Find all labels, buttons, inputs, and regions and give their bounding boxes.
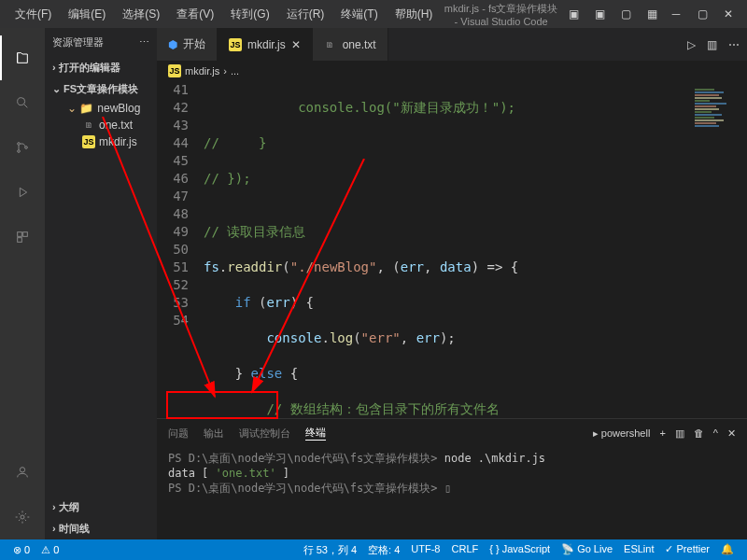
extensions-icon[interactable] — [0, 215, 45, 259]
minimap[interactable] — [691, 81, 747, 418]
text-icon: 🗎 — [82, 119, 95, 132]
project-section[interactable]: ⌄ FS文章操作模块 — [45, 78, 157, 100]
window-controls: ─ ▢ ✕ — [665, 3, 740, 25]
status-golive[interactable]: 📡 Go Live — [556, 543, 618, 557]
menu-terminal[interactable]: 终端(T) — [333, 3, 385, 26]
menu-edit[interactable]: 编辑(E) — [61, 3, 113, 26]
svg-point-0 — [18, 98, 25, 105]
terminal-panel: 问题 输出 调试控制台 终端 ▸ powershell + ▥ 🗑 ^ ✕ PS… — [157, 418, 747, 539]
tab-output[interactable]: 输出 — [204, 427, 224, 441]
tab-one-txt[interactable]: 🗎one.txt — [313, 28, 388, 61]
tab-start[interactable]: ⬢开始 — [157, 28, 218, 61]
svg-rect-4 — [18, 232, 22, 237]
editor-tabs: ⬢开始 JSmkdir.js✕ 🗎one.txt ▷ ▥ ⋯ — [157, 28, 747, 61]
menu-help[interactable]: 帮助(H) — [388, 3, 441, 26]
folder-icon: ⌄ 📁 — [67, 102, 93, 115]
maximize-panel-icon[interactable]: ^ — [713, 427, 718, 439]
code-content[interactable]: console.log("新建目录成功！"); // } // }); // 读… — [204, 81, 691, 418]
svg-point-1 — [18, 143, 21, 146]
js-icon: JS — [229, 38, 242, 51]
status-eol[interactable]: CRLF — [446, 543, 485, 557]
settings-icon[interactable] — [0, 495, 45, 539]
js-icon: JS — [82, 135, 95, 148]
sidebar: 资源管理器⋯ › 打开的编辑器 ⌄ FS文章操作模块 ⌄ 📁newBlog 🗎o… — [45, 28, 157, 539]
window-title: mkdir.js - fs文章操作模块 - Visual Studio Code — [442, 2, 560, 27]
text-icon: 🗎 — [324, 38, 337, 51]
customize-layout-icon[interactable]: ▦ — [641, 3, 663, 25]
open-editors-section[interactable]: › 打开的编辑器 — [45, 57, 157, 78]
menu-view[interactable]: 查看(V) — [169, 3, 221, 26]
close-icon[interactable]: ✕ — [717, 3, 740, 25]
more-icon[interactable]: ⋯ — [728, 38, 740, 51]
sidebar-more-icon[interactable]: ⋯ — [139, 36, 149, 49]
kill-terminal-icon[interactable]: 🗑 — [694, 427, 704, 439]
svg-rect-5 — [23, 232, 28, 237]
status-warnings[interactable]: ⚠ 0 — [35, 544, 64, 556]
svg-rect-6 — [18, 238, 22, 243]
folder-newblog[interactable]: ⌄ 📁newBlog — [45, 100, 157, 117]
layout-controls: ▣ ▣ ▢ ▦ — [562, 3, 663, 25]
menu-run[interactable]: 运行(R) — [279, 3, 332, 26]
line-numbers: 4142434445464748495051525354 — [157, 81, 204, 418]
search-icon[interactable] — [0, 80, 45, 125]
status-prettier[interactable]: ✓ Prettier — [659, 543, 715, 557]
status-spaces[interactable]: 空格: 4 — [362, 543, 405, 557]
editor-area: ⬢开始 JSmkdir.js✕ 🗎one.txt ▷ ▥ ⋯ JS mkdir.… — [157, 28, 747, 539]
outline-section[interactable]: › 大纲 — [45, 497, 157, 518]
new-terminal-icon[interactable]: + — [659, 427, 665, 439]
tab-terminal[interactable]: 终端 — [305, 426, 326, 441]
file-one-txt[interactable]: 🗎one.txt — [45, 117, 157, 133]
tab-mkdir-js[interactable]: JSmkdir.js✕ — [218, 28, 313, 61]
status-errors[interactable]: ⊗ 0 — [7, 544, 35, 556]
terminal-shell[interactable]: ▸ powershell — [593, 427, 651, 440]
svg-point-7 — [20, 468, 24, 472]
status-bell-icon[interactable]: 🔔 — [715, 543, 740, 557]
panel-bottom-icon[interactable]: ▣ — [588, 3, 611, 25]
run-icon[interactable]: ▷ — [687, 38, 696, 51]
status-cursor[interactable]: 行 53，列 4 — [298, 543, 362, 557]
account-icon[interactable] — [0, 450, 45, 495]
status-bar: ⊗ 0 ⚠ 0 行 53，列 4 空格: 4 UTF-8 CRLF { } Ja… — [0, 539, 747, 560]
split-icon[interactable]: ▥ — [707, 38, 717, 51]
title-bar: 文件(F) 编辑(E) 选择(S) 查看(V) 转到(G) 运行(R) 终端(T… — [0, 0, 747, 28]
tab-debug-console[interactable]: 调试控制台 — [239, 427, 290, 441]
tab-problems[interactable]: 问题 — [168, 427, 189, 441]
source-control-icon[interactable] — [0, 125, 45, 170]
close-tab-icon[interactable]: ✕ — [291, 38, 301, 51]
menu-goto[interactable]: 转到(G) — [223, 3, 276, 26]
activity-bar — [0, 28, 45, 539]
svg-point-3 — [25, 147, 28, 149]
panel-right-icon[interactable]: ▢ — [614, 3, 637, 25]
status-eslint[interactable]: ESLint — [618, 543, 659, 557]
svg-point-8 — [21, 515, 24, 519]
panel-left-icon[interactable]: ▣ — [562, 3, 585, 25]
code-editor[interactable]: 4142434445464748495051525354 console.log… — [157, 81, 747, 418]
menu-select[interactable]: 选择(S) — [115, 3, 167, 26]
terminal-content[interactable]: PS D:\桌面\node学习\node代码\fs文章操作模块> node .\… — [157, 447, 747, 539]
menu-file[interactable]: 文件(F) — [7, 3, 59, 26]
maximize-icon[interactable]: ▢ — [691, 3, 713, 25]
timeline-section[interactable]: › 时间线 — [45, 518, 157, 539]
status-encoding[interactable]: UTF-8 — [405, 543, 445, 557]
js-icon: JS — [168, 64, 181, 77]
file-mkdir-js[interactable]: JSmkdir.js — [45, 133, 157, 150]
debug-icon[interactable] — [0, 170, 45, 215]
explorer-icon[interactable] — [0, 35, 45, 80]
sidebar-title: 资源管理器⋯ — [45, 28, 157, 57]
terminal-tabs: 问题 输出 调试控制台 终端 ▸ powershell + ▥ 🗑 ^ ✕ — [157, 419, 747, 447]
close-panel-icon[interactable]: ✕ — [727, 427, 736, 440]
breadcrumb[interactable]: JS mkdir.js › ... — [157, 61, 747, 81]
status-lang[interactable]: { } JavaScript — [484, 543, 556, 557]
svg-point-2 — [18, 150, 21, 153]
minimize-icon[interactable]: ─ — [665, 3, 687, 25]
split-terminal-icon[interactable]: ▥ — [675, 427, 684, 440]
